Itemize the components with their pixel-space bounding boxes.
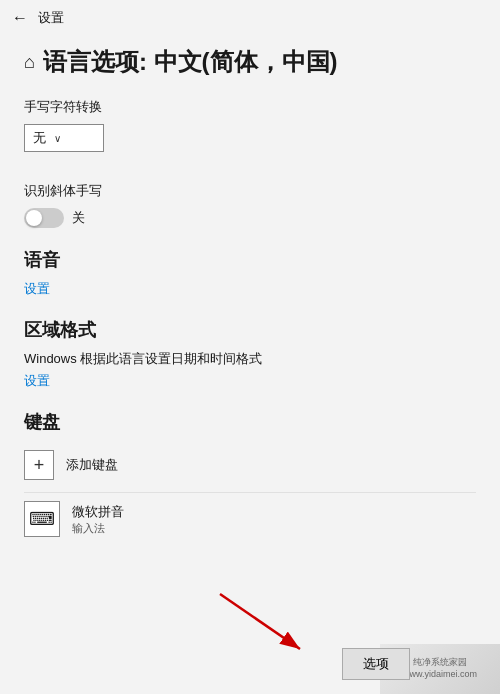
handwriting-label: 手写字符转换 <box>24 98 476 116</box>
toggle-knob <box>26 210 42 226</box>
topbar-title: 设置 <box>38 9 64 27</box>
top-bar: ← 设置 <box>0 0 500 36</box>
italic-toggle-row: 关 <box>24 208 476 228</box>
add-keyboard-icon: + <box>24 450 54 480</box>
keyboard-icon-symbol: ⌨ <box>29 508 55 530</box>
keyboard-icon: ⌨ <box>24 501 60 537</box>
handwriting-dropdown[interactable]: 无 ∨ <box>24 124 104 152</box>
keyboard-heading: 键盘 <box>24 410 476 434</box>
keyboard-info: 微软拼音 输入法 <box>72 503 476 536</box>
keyboard-section: 键盘 + 添加键盘 ⌨ 微软拼音 输入法 <box>24 410 476 545</box>
speech-section: 语音 设置 <box>24 248 476 298</box>
handwriting-section: 手写字符转换 无 ∨ <box>24 98 476 172</box>
dropdown-value: 无 <box>33 129 46 147</box>
page-title-row: ⌂ 语言选项: 中文(简体，中国) <box>24 46 476 78</box>
italic-section: 识别斜体手写 关 <box>24 182 476 228</box>
speech-heading: 语音 <box>24 248 476 272</box>
add-keyboard-row[interactable]: + 添加键盘 <box>24 442 476 488</box>
region-section: 区域格式 Windows 根据此语言设置日期和时间格式 设置 <box>24 318 476 390</box>
back-button[interactable]: ← <box>12 9 28 27</box>
region-settings-link[interactable]: 设置 <box>24 372 476 390</box>
page-title: 语言选项: 中文(简体，中国) <box>43 46 338 78</box>
italic-label: 识别斜体手写 <box>24 182 476 200</box>
main-content: ⌂ 语言选项: 中文(简体，中国) 手写字符转换 无 ∨ 识别斜体手写 关 语音… <box>0 36 500 694</box>
region-heading: 区域格式 <box>24 318 476 342</box>
italic-toggle[interactable] <box>24 208 64 228</box>
add-keyboard-label: 添加键盘 <box>66 456 118 474</box>
options-button[interactable]: 选项 <box>342 648 410 680</box>
dropdown-arrow-icon: ∨ <box>54 133 61 144</box>
keyboard-item[interactable]: ⌨ 微软拼音 输入法 <box>24 492 476 545</box>
speech-settings-link[interactable]: 设置 <box>24 280 476 298</box>
plus-symbol: + <box>34 455 45 476</box>
keyboard-type: 输入法 <box>72 521 476 536</box>
region-description: Windows 根据此语言设置日期和时间格式 <box>24 350 476 368</box>
toggle-state-label: 关 <box>72 209 85 227</box>
home-icon: ⌂ <box>24 52 35 73</box>
keyboard-name: 微软拼音 <box>72 503 476 521</box>
